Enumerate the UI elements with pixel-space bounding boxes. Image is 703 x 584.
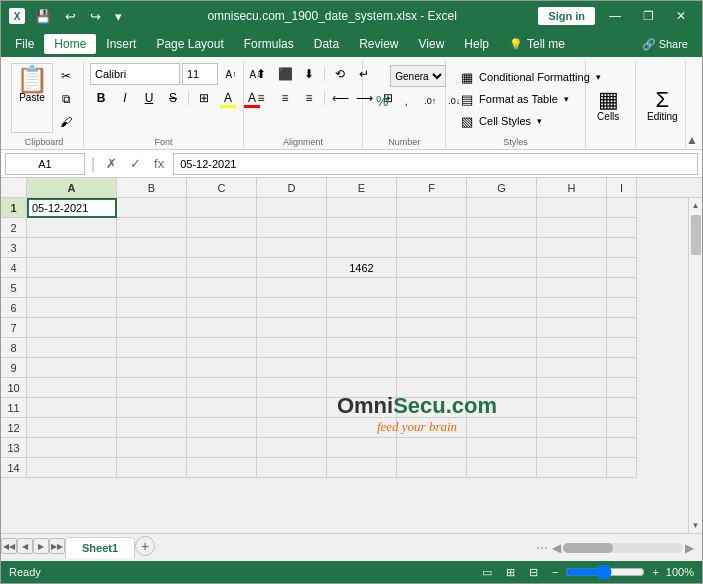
bold-button[interactable]: B bbox=[90, 87, 112, 109]
menu-help[interactable]: Help bbox=[454, 34, 499, 54]
number-format-select[interactable]: General bbox=[390, 65, 446, 87]
ribbon-collapse-button[interactable]: ▲ bbox=[686, 133, 698, 147]
zoom-in-button[interactable]: + bbox=[649, 565, 661, 579]
row-header-2[interactable]: 2 bbox=[1, 218, 27, 238]
col-header-g[interactable]: G bbox=[467, 178, 537, 198]
cell-d1[interactable] bbox=[257, 198, 327, 218]
menu-insert[interactable]: Insert bbox=[96, 34, 146, 54]
cell-i4[interactable] bbox=[607, 258, 637, 278]
zoom-control[interactable]: − + 100% bbox=[549, 564, 694, 580]
row-header-14[interactable]: 14 bbox=[1, 458, 27, 478]
col-header-a[interactable]: A bbox=[27, 178, 117, 198]
italic-button[interactable]: I bbox=[114, 87, 136, 109]
cell-h2[interactable] bbox=[537, 218, 607, 238]
sheet-nav-prev[interactable]: ◀ bbox=[17, 538, 33, 554]
cell-b1[interactable] bbox=[117, 198, 187, 218]
cell-c4[interactable] bbox=[187, 258, 257, 278]
minimize-button[interactable]: — bbox=[601, 7, 629, 25]
cell-d4[interactable] bbox=[257, 258, 327, 278]
cell-c3[interactable] bbox=[187, 238, 257, 258]
row-header-5[interactable]: 5 bbox=[1, 278, 27, 298]
cell-d3[interactable] bbox=[257, 238, 327, 258]
align-top-button[interactable]: ⬆ bbox=[250, 63, 272, 85]
col-header-c[interactable]: C bbox=[187, 178, 257, 198]
save-button[interactable]: 💾 bbox=[31, 7, 55, 26]
close-button[interactable]: ✕ bbox=[668, 7, 694, 25]
percent-button[interactable]: % bbox=[371, 91, 393, 111]
cell-i1[interactable] bbox=[607, 198, 637, 218]
font-name-input[interactable] bbox=[90, 63, 180, 85]
align-bottom-button[interactable]: ⬇ bbox=[298, 63, 320, 85]
sheet-nav-last[interactable]: ▶▶ bbox=[49, 538, 65, 554]
cell-b3[interactable] bbox=[117, 238, 187, 258]
align-right-button[interactable]: ≡ bbox=[298, 87, 320, 109]
scroll-down-arrow[interactable]: ▼ bbox=[689, 518, 702, 533]
font-color-button[interactable]: A bbox=[241, 87, 263, 109]
scroll-up-arrow[interactable]: ▲ bbox=[689, 198, 702, 213]
cell-i2[interactable] bbox=[607, 218, 637, 238]
align-middle-button[interactable]: ⬛ bbox=[274, 63, 296, 85]
zoom-slider[interactable] bbox=[565, 564, 645, 580]
name-box[interactable] bbox=[5, 153, 85, 175]
col-header-e[interactable]: E bbox=[327, 178, 397, 198]
cell-d2[interactable] bbox=[257, 218, 327, 238]
cell-g2[interactable] bbox=[467, 218, 537, 238]
cell-h3[interactable] bbox=[537, 238, 607, 258]
cell-c2[interactable] bbox=[187, 218, 257, 238]
restore-button[interactable]: ❐ bbox=[635, 7, 662, 25]
col-header-d[interactable]: D bbox=[257, 178, 327, 198]
cell-f1[interactable] bbox=[397, 198, 467, 218]
insert-function-button[interactable]: fx bbox=[149, 154, 169, 174]
underline-button[interactable]: U bbox=[138, 87, 160, 109]
cancel-formula-button[interactable]: ✗ bbox=[101, 154, 121, 174]
col-header-f[interactable]: F bbox=[397, 178, 467, 198]
cell-f2[interactable] bbox=[397, 218, 467, 238]
normal-view-button[interactable]: ▭ bbox=[479, 565, 495, 580]
menu-view[interactable]: View bbox=[409, 34, 455, 54]
confirm-formula-button[interactable]: ✓ bbox=[125, 154, 145, 174]
increase-decimal-button[interactable]: .0↑ bbox=[419, 91, 441, 111]
cell-f4[interactable] bbox=[397, 258, 467, 278]
cell-h1[interactable] bbox=[537, 198, 607, 218]
paste-button[interactable]: 📋 Paste bbox=[11, 63, 53, 133]
row-header-8[interactable]: 8 bbox=[1, 338, 27, 358]
redo-button[interactable]: ↪ bbox=[86, 7, 105, 26]
cell-g3[interactable] bbox=[467, 238, 537, 258]
cell-a3[interactable] bbox=[27, 238, 117, 258]
cell-e1[interactable] bbox=[327, 198, 397, 218]
col-header-i[interactable]: I bbox=[607, 178, 637, 198]
menu-page-layout[interactable]: Page Layout bbox=[146, 34, 233, 54]
decrease-indent-button[interactable]: ⟵ bbox=[329, 87, 351, 109]
formula-input[interactable] bbox=[173, 153, 698, 175]
corner-cell[interactable] bbox=[1, 178, 27, 198]
col-header-b[interactable]: B bbox=[117, 178, 187, 198]
menu-share[interactable]: 🔗 Share bbox=[632, 35, 698, 54]
cell-e3[interactable] bbox=[327, 238, 397, 258]
cell-a4[interactable] bbox=[27, 258, 117, 278]
cell-c1[interactable] bbox=[187, 198, 257, 218]
row-header-13[interactable]: 13 bbox=[1, 438, 27, 458]
align-center-button[interactable]: ≡ bbox=[274, 87, 296, 109]
text-direction-button[interactable]: ⟲ bbox=[329, 63, 351, 85]
strikethrough-button[interactable]: S bbox=[162, 87, 184, 109]
row-header-9[interactable]: 9 bbox=[1, 358, 27, 378]
row-header-7[interactable]: 7 bbox=[1, 318, 27, 338]
row-header-1[interactable]: 1 bbox=[1, 198, 27, 218]
cell-i3[interactable] bbox=[607, 238, 637, 258]
row-header-6[interactable]: 6 bbox=[1, 298, 27, 318]
cells-button[interactable]: ▦ Cells bbox=[592, 86, 624, 125]
row-header-3[interactable]: 3 bbox=[1, 238, 27, 258]
editing-button[interactable]: Σ Editing bbox=[642, 86, 683, 125]
cell-g4[interactable] bbox=[467, 258, 537, 278]
fill-color-button[interactable]: A bbox=[217, 87, 239, 109]
menu-data[interactable]: Data bbox=[304, 34, 349, 54]
increase-font-button[interactable]: A↑ bbox=[220, 63, 242, 85]
menu-formulas[interactable]: Formulas bbox=[234, 34, 304, 54]
vertical-scrollbar[interactable]: ▲ ▼ bbox=[688, 198, 702, 533]
menu-review[interactable]: Review bbox=[349, 34, 408, 54]
comma-style-button[interactable]: , bbox=[395, 91, 417, 111]
page-break-view-button[interactable]: ⊟ bbox=[526, 565, 541, 580]
sheet-nav-next[interactable]: ▶ bbox=[33, 538, 49, 554]
cell-e2[interactable] bbox=[327, 218, 397, 238]
page-layout-view-button[interactable]: ⊞ bbox=[503, 565, 518, 580]
